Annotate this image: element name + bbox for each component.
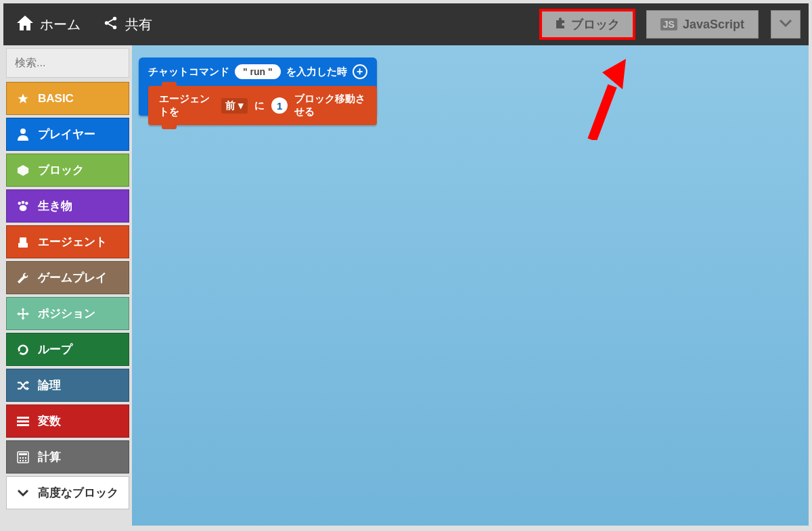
agent-suffix: ブロック移動させる [294,93,366,118]
dropdown-arrow-icon: ▾ [238,99,244,112]
puzzle-icon [555,18,566,32]
svg-rect-10 [18,243,28,248]
person-icon [16,129,30,141]
event-suffix: を入力した時 [286,66,347,78]
category-advanced[interactable]: 高度なブロック [6,476,129,509]
block-notch-top [162,82,177,86]
search-input[interactable] [15,57,150,69]
home-icon [17,16,33,34]
paw-icon [16,201,30,212]
js-icon: JS [660,18,677,30]
javascript-tab[interactable]: JS JavaScript [646,10,759,39]
topbar: ホーム 共有 ブロック JS JavaScript [3,3,809,45]
agent-mid: に [254,99,265,112]
svg-point-5 [18,202,20,204]
annotation-arrow [585,59,626,140]
category-position[interactable]: ポジション [6,297,129,330]
category-label: BASIC [38,92,74,106]
svg-rect-11 [17,417,29,419]
share-label: 共有 [125,16,152,34]
loop-icon [16,344,30,356]
svg-point-16 [20,457,21,458]
category-mobs[interactable]: 生き物 [6,189,129,223]
svg-point-8 [20,205,27,211]
category-label: 高度なブロック [38,485,118,501]
event-prefix: チャットコマンド [148,66,229,78]
category-label: 計算 [38,449,61,465]
category-loops[interactable]: ループ [6,333,129,366]
chat-command-value[interactable]: " run " [235,64,281,79]
svg-rect-13 [17,424,29,426]
blocks-tab[interactable]: ブロック [541,10,634,39]
svg-point-4 [20,129,26,134]
svg-point-18 [25,457,26,458]
chat-command-event-block[interactable]: チャットコマンド " run " を入力した時 + エージェントを 前 ▾ に … [139,57,377,116]
share-icon [104,16,118,34]
star-icon [16,93,30,105]
category-label: ブロック [38,162,84,178]
svg-point-19 [20,459,21,461]
workspace-canvas[interactable]: チャットコマンド " run " を入力した時 + エージェントを 前 ▾ に … [132,45,809,526]
category-label: ゲームプレイ [38,270,107,285]
category-variables[interactable]: 変数 [6,405,129,438]
category-label: エージェント [38,234,107,250]
robot-icon [16,236,30,248]
svg-rect-15 [19,453,27,455]
home-button[interactable]: ホーム [12,11,86,38]
svg-point-17 [22,457,24,458]
search-box[interactable] [6,48,129,78]
block-notch-bottom [162,125,177,129]
direction-dropdown[interactable]: 前 ▾ [221,98,248,114]
svg-rect-12 [17,420,29,422]
calculator-icon [16,451,30,463]
category-math[interactable]: 計算 [6,440,129,474]
javascript-tab-label: JavaScript [683,18,744,32]
wrench-icon [16,272,30,284]
chevron-down-icon [780,18,792,30]
category-label: 論理 [38,377,61,393]
more-dropdown[interactable] [771,10,800,39]
category-player[interactable]: プレイヤー [6,118,129,151]
category-agent[interactable]: エージェント [6,225,129,258]
category-label: ポジション [38,306,95,321]
agent-count-input[interactable]: 1 [271,97,288,114]
category-label: ループ [38,342,72,357]
agent-prefix: エージェントを [159,93,215,118]
svg-point-20 [22,459,24,461]
svg-point-6 [22,201,24,204]
chevron-down-icon [16,489,30,497]
main-area: BASIC プレイヤー ブロック 生き物 エージェント [3,45,809,526]
home-label: ホーム [40,16,81,34]
category-gameplay[interactable]: ゲームプレイ [6,261,129,294]
move-icon [16,308,30,320]
category-blocks[interactable]: ブロック [6,154,129,187]
agent-move-block[interactable]: エージェントを 前 ▾ に 1 ブロック移動させる [148,86,377,125]
category-logic[interactable]: 論理 [6,369,129,402]
svg-point-21 [25,459,26,461]
blocks-tab-label: ブロック [571,16,620,32]
cube-icon [16,164,30,177]
category-label: プレイヤー [38,126,95,142]
list-icon [16,417,30,426]
svg-rect-9 [20,237,26,243]
sidebar: BASIC プレイヤー ブロック 生き物 エージェント [3,45,132,526]
category-label: 変数 [38,413,61,429]
event-block-head: チャットコマンド " run " を入力した時 + [148,64,367,79]
category-basic[interactable]: BASIC [6,82,129,115]
shuffle-icon [16,380,30,391]
add-parameter-button[interactable]: + [353,64,367,79]
direction-value: 前 [225,99,235,112]
svg-point-7 [25,202,28,204]
category-label: 生き物 [38,198,72,214]
share-button[interactable]: 共有 [98,11,158,38]
